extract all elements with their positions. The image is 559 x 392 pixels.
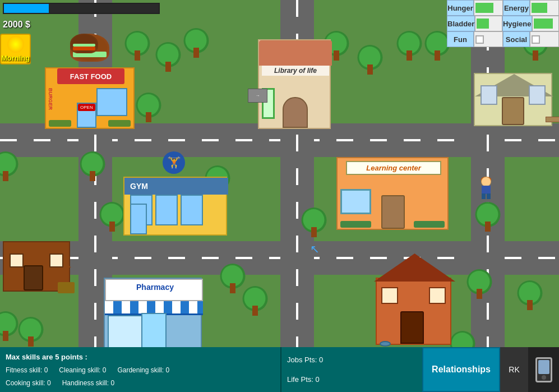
- house-topright-building[interactable]: [474, 53, 552, 126]
- lc-body: Learning center: [336, 157, 449, 230]
- morning-icon: Morning: [0, 34, 31, 64]
- cleaning-label: Cleaning skill: 0: [59, 366, 106, 374]
- ph-door[interactable]: [141, 313, 167, 349]
- gym-body: GYM: [123, 177, 227, 236]
- social-label: Social: [503, 31, 530, 47]
- hygiene-label: Hygiene: [502, 16, 532, 31]
- cabin-door[interactable]: [24, 265, 43, 290]
- handiness-label: Handiness skill: 0: [62, 379, 114, 387]
- sun-icon: [7, 36, 24, 53]
- bottom-bar: Max skills are 5 points : Fitness skill:…: [0, 347, 559, 392]
- bottom-actions: Relationships RK: [422, 347, 559, 392]
- relationships-button[interactable]: Relationships: [422, 347, 500, 392]
- planter-left: [49, 120, 71, 127]
- energy-bar: [530, 0, 559, 16]
- htr-body: [474, 73, 552, 126]
- hp-bar-container: [3, 3, 160, 14]
- hp-bar-fill: [4, 4, 49, 13]
- rh-window-l: [381, 287, 398, 304]
- social-bar-fill: [532, 35, 540, 44]
- open-sign: OPEN: [78, 104, 95, 111]
- bench: [546, 117, 559, 122]
- fun-label: Fun: [447, 31, 474, 47]
- ph-window-1: [108, 315, 144, 352]
- game-area: FAST FOOD BURGER OPEN Library of life: [0, 0, 559, 392]
- rk-box: RK: [500, 347, 528, 392]
- skills-header: Max skills are 5 points :: [6, 353, 275, 361]
- bush-right: [414, 221, 445, 228]
- pharmacy-sign: Pharmacy: [117, 283, 193, 292]
- char-legs-l: [482, 193, 486, 199]
- library-roof: [259, 40, 332, 66]
- burger-icon: [70, 34, 109, 62]
- hunger-row: Hunger Energy: [447, 0, 559, 16]
- pet-bowl: [380, 341, 391, 347]
- bottom-right-panel: Jobs Pts: 0 Life Pts: 0: [280, 347, 422, 392]
- cooking-label: Cooking skill: 0: [6, 379, 51, 387]
- library-body: Library of life: [258, 39, 331, 129]
- gym-building[interactable]: 🏋 GYM: [123, 163, 227, 236]
- library-sign: Library of life: [262, 66, 329, 76]
- bladder-bar: [475, 16, 502, 31]
- fast-food-sign: FAST FOOD: [57, 68, 124, 84]
- jobs-pts: Jobs Pts: 0: [287, 356, 417, 364]
- fast-food-window-1: [96, 88, 127, 116]
- htr-window-l: [481, 85, 497, 105]
- learning-center-sign: Learning center: [346, 161, 441, 175]
- fun-row: Fun Social: [447, 31, 559, 47]
- ph-roof: Pharmacy: [105, 279, 203, 301]
- morning-text: Morning: [1, 54, 30, 62]
- gym-label: GYM: [130, 182, 148, 191]
- game-cursor: ↖: [310, 242, 320, 256]
- bottom-left-panel: Max skills are 5 points : Fitness skill:…: [0, 347, 280, 392]
- fast-food-body: FAST FOOD BURGER OPEN: [45, 67, 135, 129]
- skills-row-2: Cooking skill: 0 Handiness skill: 0: [6, 379, 275, 387]
- char-legs-r: [487, 193, 491, 199]
- rh-door[interactable]: [400, 311, 424, 344]
- rh-body: [376, 278, 451, 345]
- social-bar: [530, 31, 559, 47]
- phone-screen: [538, 360, 549, 374]
- cabin-window-l: [10, 253, 24, 268]
- road-sign: →: [248, 89, 267, 103]
- library-door[interactable]: [283, 97, 308, 128]
- pharmacy-building[interactable]: Pharmacy: [104, 255, 202, 351]
- lc-door[interactable]: [381, 195, 405, 229]
- bladder-bar-fill: [477, 19, 488, 29]
- money-display: 2000 $: [3, 20, 30, 30]
- stats-panel: Hunger Energy Bladder Hygiene Fun S: [447, 0, 559, 47]
- bladder-row: Bladder Hygiene: [447, 16, 559, 31]
- hygiene-bar: [532, 16, 560, 31]
- fun-bar-fill: [475, 35, 484, 44]
- cabin-window-r: [49, 253, 63, 268]
- fun-bar: [474, 31, 503, 47]
- rh-window-r: [429, 287, 446, 304]
- fast-food-building[interactable]: FAST FOOD BURGER OPEN: [45, 45, 135, 129]
- gym-roof: GYM: [124, 178, 228, 195]
- rh-roof: [374, 253, 455, 282]
- learning-center-building[interactable]: Learning center: [336, 137, 449, 230]
- relationships-building[interactable]: [376, 255, 451, 345]
- skills-row-1: Fitness skill: 0 Cleaning skill: 0 Garde…: [6, 366, 275, 374]
- fitness-label: Fitness skill: 0: [6, 366, 48, 374]
- morning-container: Morning: [0, 34, 31, 64]
- hp-bar-empty: [49, 4, 159, 13]
- cabin-building[interactable]: [3, 219, 70, 292]
- fast-food-door[interactable]: OPEN: [77, 103, 96, 128]
- gym-door[interactable]: [130, 204, 147, 234]
- player-character: [479, 177, 493, 199]
- gardening-label: Gardening skill: 0: [117, 366, 169, 374]
- hunger-bar-fill: [475, 3, 493, 13]
- ph-body: Pharmacy: [104, 278, 202, 351]
- hunger-label: Hunger: [447, 0, 474, 16]
- char-body: [482, 186, 491, 194]
- log-pile: [58, 282, 75, 293]
- htr-door[interactable]: [502, 97, 524, 125]
- energy-label: Energy: [503, 0, 530, 16]
- phone-button: [542, 375, 546, 380]
- phone-icon: [535, 357, 552, 382]
- cabin-body: [3, 241, 70, 292]
- planter-right: [108, 120, 131, 127]
- library-building[interactable]: Library of life: [258, 17, 331, 129]
- hunger-bar: [474, 0, 503, 16]
